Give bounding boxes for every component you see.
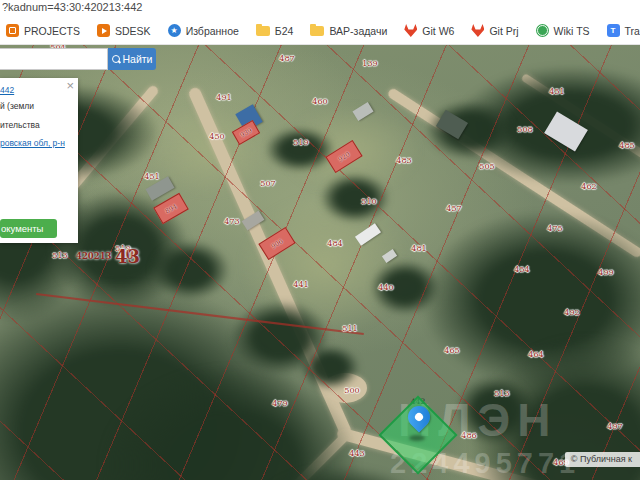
parcel-label: 450 xyxy=(209,132,224,141)
gitlab-icon xyxy=(471,24,484,37)
sdesk-icon xyxy=(97,24,110,37)
bookmark-item[interactable]: Git Prj xyxy=(471,24,518,37)
bookmark-label: SDESK xyxy=(115,25,151,37)
parcel-label: 451 xyxy=(549,87,564,96)
star-icon xyxy=(168,24,181,37)
parcel-label: 486 xyxy=(461,431,476,440)
parcel-label: 479 xyxy=(272,399,287,408)
parcel-label: 485 xyxy=(619,141,634,150)
parcel-label: 491 xyxy=(216,93,231,102)
parcel-label: 462 xyxy=(581,182,596,191)
forest-area xyxy=(300,345,360,390)
parcel-label: 484 xyxy=(327,239,342,248)
bookmark-item[interactable]: Б24 xyxy=(256,25,294,37)
bookmark-item[interactable]: Git W6 xyxy=(404,24,454,37)
map-attribution[interactable]: © Публичная к xyxy=(565,452,640,467)
parcel-label: 464 xyxy=(528,350,543,359)
browser-window: ?kadnum=43:30:420213:442 PROJECTSSDESKИз… xyxy=(0,0,640,480)
bookmarks-bar: PROJECTSSDESKИзбранноеБ24ВАР-задачиGit W… xyxy=(0,17,640,45)
forest-area xyxy=(150,240,230,300)
parcel-label: 139 xyxy=(362,59,377,68)
parcel-label: 499 xyxy=(598,268,613,277)
parcel-label: 441 xyxy=(293,280,308,289)
parcel-label: 473 xyxy=(224,217,239,226)
building-number-label: 906 xyxy=(270,236,285,249)
translate-icon xyxy=(607,24,620,37)
parcel-label: 440 xyxy=(378,283,393,292)
parcel-label: 481 xyxy=(411,244,426,253)
bookmark-label: PROJECTS xyxy=(24,25,80,37)
search-input[interactable] xyxy=(0,48,108,70)
parcel-label: 460 xyxy=(312,97,327,106)
parcel-label: 507 xyxy=(260,179,275,188)
folder-icon xyxy=(256,26,270,36)
bookmark-item[interactable]: SDESK xyxy=(97,24,151,37)
bookmark-label: Translate xyxy=(625,25,640,37)
gitlab-icon xyxy=(404,24,417,37)
globe-icon xyxy=(536,24,549,37)
parcel-label: 454 xyxy=(514,265,529,274)
parcel-label: 483 xyxy=(396,156,411,165)
pin-shadow xyxy=(409,435,425,441)
bookmark-item[interactable]: Translate xyxy=(607,24,640,37)
cadastral-district-label: 43 xyxy=(115,246,140,267)
map-canvas[interactable]: 939920894906 504487139491460451508485450… xyxy=(0,45,640,480)
building-number-label: 939 xyxy=(239,125,254,138)
parcel-info-panel: × 442 й (земли ительства ровская обл, р-… xyxy=(0,78,78,243)
parcel-label: 475 xyxy=(547,224,562,233)
bookmark-label: Git Prj xyxy=(489,25,518,37)
parcel-label: 451 xyxy=(144,172,159,181)
forest-area xyxy=(265,127,335,172)
parcel-label: 513 xyxy=(494,389,509,398)
pin-dot-icon xyxy=(413,411,424,422)
region-link[interactable]: ровская обл, р-н xyxy=(0,138,65,148)
bookmark-item[interactable]: Wiki TS xyxy=(536,24,590,37)
parcel-label: 505 xyxy=(479,162,494,171)
parcel-label: 511 xyxy=(342,324,357,333)
forest-area xyxy=(425,100,515,160)
bookmark-item[interactable]: PROJECTS xyxy=(6,24,80,37)
building-number-label: 894 xyxy=(164,201,179,214)
parcel-usage-text: ительства xyxy=(0,120,40,130)
search-button[interactable]: Найти xyxy=(108,48,156,70)
search-bar: Найти xyxy=(0,48,156,70)
bookmark-label: ВАР-задачи xyxy=(329,25,387,37)
parcel-label: 508 xyxy=(517,125,532,134)
bookmark-item[interactable]: Избранное xyxy=(168,24,239,37)
building-number-label: 920 xyxy=(337,149,352,162)
bookmark-label: Wiki TS xyxy=(554,25,590,37)
bookmark-label: Избранное xyxy=(186,25,239,37)
close-icon[interactable]: × xyxy=(66,78,74,93)
url-text: ?kadnum=43:30:420213:442 xyxy=(2,1,142,13)
parcel-label: 487 xyxy=(279,54,294,63)
forest-area xyxy=(320,173,390,223)
bookmark-item[interactable]: ВАР-задачи xyxy=(310,25,387,37)
url-bar[interactable]: ?kadnum=43:30:420213:442 xyxy=(0,0,640,17)
parcel-label: 465 xyxy=(444,346,459,355)
parcel-label: 457 xyxy=(446,204,461,213)
parcel-label: 500 xyxy=(344,386,359,395)
bookmark-label: Б24 xyxy=(275,25,294,37)
parcel-label: 513 xyxy=(52,251,67,260)
parcel-label: 492 xyxy=(564,308,579,317)
folder-icon xyxy=(310,26,324,36)
parcel-label: 443 xyxy=(349,449,364,458)
parcel-label: 519 xyxy=(293,138,308,147)
bookmark-label: Git W6 xyxy=(422,25,454,37)
parcel-label: 510 xyxy=(361,197,376,206)
documents-button[interactable]: окументы xyxy=(0,219,57,238)
projects-icon xyxy=(6,24,19,37)
parcel-number-link[interactable]: 442 xyxy=(0,85,14,95)
search-icon xyxy=(112,55,120,63)
parcel-category-text: й (земли xyxy=(0,101,34,111)
parcel-label: 497 xyxy=(607,422,622,431)
search-button-label: Найти xyxy=(123,53,153,65)
